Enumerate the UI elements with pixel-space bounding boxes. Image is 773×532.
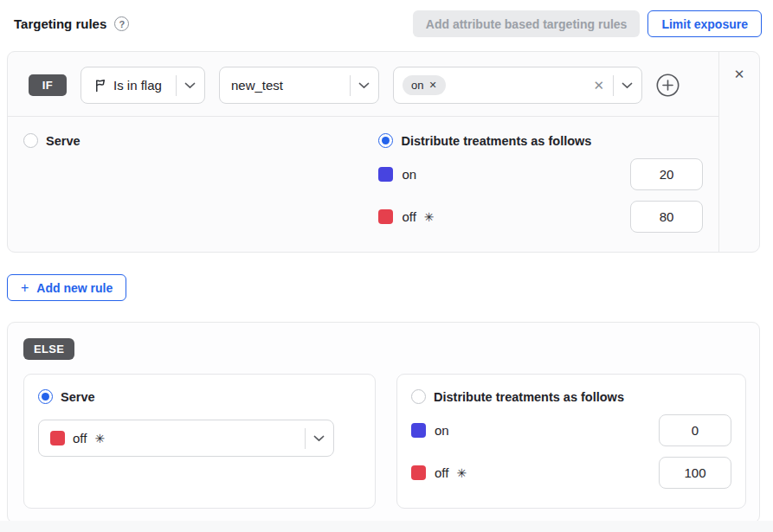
allocation-row: on	[411, 414, 731, 446]
limit-exposure-button[interactable]: Limit exposure	[647, 10, 762, 37]
percent-input[interactable]	[630, 158, 703, 190]
allocation-row: on	[378, 158, 703, 190]
header-actions: Add attribute based targeting rules Limi…	[413, 10, 762, 37]
matcher-dropdown[interactable]: Is in flag	[81, 67, 205, 104]
treatment-name: off	[73, 431, 87, 445]
treatment-color-swatch	[411, 423, 426, 438]
chip-remove-icon[interactable]: ✕	[428, 80, 436, 91]
flag-select-dropdown[interactable]: new_test	[219, 67, 379, 104]
add-attribute-rules-button[interactable]: Add attribute based targeting rules	[413, 10, 641, 37]
else-distribute-panel: Distribute treatments as follows on off …	[396, 374, 746, 509]
else-serve-panel: Serve off ✳	[23, 374, 376, 509]
chevron-down-icon	[184, 82, 196, 89]
add-new-rule-label: Add new rule	[36, 281, 113, 295]
add-condition-button[interactable]	[656, 74, 680, 97]
add-new-rule-button[interactable]: + Add new rule	[7, 274, 126, 301]
distribute-option[interactable]: Distribute treatments as follows	[378, 133, 703, 148]
plus-circle-icon	[656, 74, 680, 97]
selected-treatment-chip: on ✕	[403, 75, 446, 95]
percent-input[interactable]	[659, 457, 731, 489]
page-title: Targeting rules	[14, 16, 106, 31]
serve-option[interactable]: Serve	[23, 133, 378, 148]
serve-radio[interactable]	[23, 133, 38, 148]
else-distribute-label: Distribute treatments as follows	[434, 390, 624, 404]
else-badge: ELSE	[23, 338, 74, 360]
treatment-multiselect[interactable]: on ✕ ✕	[393, 67, 642, 104]
else-serve-label: Serve	[61, 390, 95, 404]
distribute-label: Distribute treatments as follows	[401, 134, 591, 148]
matcher-label: Is in flag	[113, 78, 167, 93]
treatment-color-swatch	[378, 209, 393, 224]
delete-rule-button[interactable]: ✕	[734, 67, 745, 82]
allocation-row: off ✳	[378, 201, 703, 233]
default-treatment-icon: ✳	[94, 432, 105, 445]
default-treatment-icon: ✳	[424, 210, 435, 224]
percent-input[interactable]	[659, 414, 731, 446]
treatment-color-swatch	[50, 431, 65, 445]
page-header: Targeting rules ? Add attribute based ta…	[0, 0, 773, 37]
condition-row: IF Is in flag new_test	[8, 52, 718, 117]
else-serve-option[interactable]: Serve	[38, 389, 361, 404]
chevron-down-icon	[313, 435, 325, 442]
else-serve-radio[interactable]	[38, 389, 53, 404]
treatment-name: off	[402, 209, 415, 224]
chip-label: on	[411, 79, 423, 92]
else-distribute-option[interactable]: Distribute treatments as follows	[411, 389, 731, 404]
else-rule-card: ELSE Serve off ✳ Distri	[7, 322, 760, 523]
chevron-down-icon[interactable]	[622, 82, 633, 89]
default-treatment-icon: ✳	[456, 466, 467, 480]
help-icon[interactable]: ?	[114, 16, 129, 31]
chevron-down-icon	[358, 82, 370, 89]
serve-label: Serve	[46, 134, 81, 148]
else-serve-dropdown[interactable]: off ✳	[38, 420, 334, 457]
targeting-rule-card: IF Is in flag new_test	[7, 51, 760, 253]
flag-icon	[93, 78, 107, 93]
treatment-name: off	[435, 465, 448, 480]
plus-icon: +	[21, 280, 29, 296]
rule-body: Serve Distribute treatments as follows o…	[8, 117, 718, 249]
distribute-radio[interactable]	[378, 133, 393, 148]
else-distribute-radio[interactable]	[411, 389, 426, 404]
flag-select-value: new_test	[231, 78, 341, 93]
page-bottom-background	[0, 521, 773, 532]
treatment-color-swatch	[378, 167, 393, 182]
percent-input[interactable]	[630, 201, 703, 233]
clear-selection-icon[interactable]: ✕	[593, 78, 604, 93]
allocation-row: off ✳	[411, 457, 731, 489]
treatment-name: on	[402, 167, 416, 182]
treatment-name: on	[435, 423, 449, 438]
if-badge: IF	[29, 74, 67, 96]
treatment-color-swatch	[411, 465, 426, 480]
